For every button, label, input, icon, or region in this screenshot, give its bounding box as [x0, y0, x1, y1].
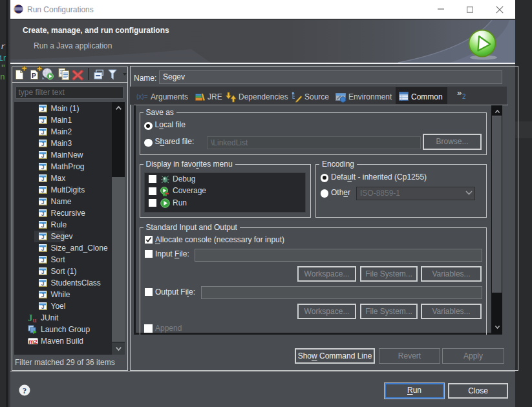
- svg-text:J: J: [41, 187, 45, 194]
- svg-text:J: J: [41, 141, 45, 147]
- svg-text:J: J: [41, 176, 45, 182]
- svg-text:J: J: [41, 304, 45, 310]
- svg-text:J: J: [41, 280, 45, 287]
- svg-text:J: J: [41, 292, 45, 298]
- svg-text:J: J: [41, 106, 45, 112]
- svg-text:J: J: [41, 211, 45, 217]
- svg-text:J: J: [41, 234, 45, 240]
- svg-text:J: J: [41, 222, 45, 229]
- svg-text:u: u: [33, 316, 37, 322]
- svg-text:P: P: [32, 72, 36, 79]
- svg-text:J: J: [41, 118, 45, 124]
- svg-text:J: J: [41, 129, 45, 136]
- svg-text:J: J: [41, 199, 45, 205]
- svg-text:?: ?: [23, 386, 27, 395]
- svg-text:J: J: [41, 152, 45, 159]
- svg-text:J: J: [41, 245, 45, 252]
- svg-text:m2: m2: [28, 338, 37, 345]
- svg-text:J: J: [41, 269, 45, 275]
- svg-text:J: J: [41, 164, 45, 171]
- svg-text:J: J: [41, 257, 45, 264]
